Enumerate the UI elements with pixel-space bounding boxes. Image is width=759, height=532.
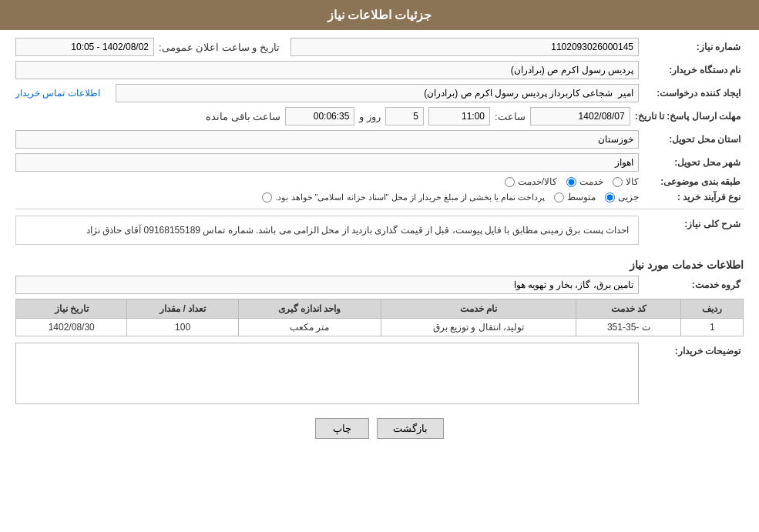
description-text: احداث پست برق زمینی مطابق با فایل پیوست،…: [86, 225, 629, 236]
radio-jozvi-item: جزیی: [605, 192, 639, 202]
radio-khadamat[interactable]: [566, 177, 576, 187]
table-body: 1 ت -35-351 تولید، انتقال و توزیع برق مت…: [16, 319, 744, 336]
deadline-row: مهلت ارسال پاسخ: تا تاریخ: ساعت: روز و س…: [15, 107, 744, 125]
announce-input[interactable]: [15, 38, 154, 56]
radio-kala-khadamat[interactable]: [505, 177, 515, 187]
city-row: شهر محل تحویل:: [15, 153, 744, 172]
col-name: نام خدمت: [381, 299, 576, 319]
radio-kala-item: کالا: [613, 176, 639, 187]
order-number-value: [291, 38, 639, 56]
category-radios: کالا/خدمت خدمت کالا: [15, 176, 639, 187]
buyer-station-label: نام دستگاه خریدار:: [643, 65, 744, 75]
buyer-notes-value: [15, 343, 639, 407]
print-button[interactable]: چاپ: [315, 418, 369, 439]
creator-label: ایجاد کننده درخواست:: [643, 88, 744, 99]
cell-name: تولید، انتقال و توزیع برق: [381, 319, 576, 336]
radio-jozvi[interactable]: [605, 192, 615, 202]
datetime-group: ساعت: روز و ساعت باقی مانده: [15, 107, 630, 125]
service-group-row: گروه خدمت:: [15, 276, 744, 294]
city-input[interactable]: [15, 153, 639, 172]
col-row: ردیف: [681, 299, 744, 319]
province-label: استان محل تحویل:: [643, 134, 744, 145]
process-row: نوع فرآیند خرید : پرداخت تمام یا بخشی از…: [15, 192, 744, 202]
radio-kala-label: کالا: [626, 176, 639, 187]
col-code: کد خدمت: [576, 299, 681, 319]
province-value: [15, 130, 639, 149]
contact-link[interactable]: اطلاعات تماس خریدار: [15, 88, 100, 99]
cell-code: ت -35-351: [576, 319, 681, 336]
buyer-notes-textarea[interactable]: [15, 343, 639, 404]
col-unit: واحد اندازه گیری: [238, 299, 381, 319]
main-container: جزئیات اطلاعات نیاز شماره نیاز: تاریخ و …: [0, 0, 759, 532]
time-label: ساعت:: [495, 111, 526, 122]
buyer-station-input[interactable]: [15, 61, 639, 79]
page-title: جزئیات اطلاعات نیاز: [327, 8, 432, 22]
time-input[interactable]: [428, 107, 490, 125]
cell-row: 1: [681, 319, 744, 336]
remaining-label: ساعت باقی مانده: [206, 111, 280, 122]
service-group-label: گروه خدمت:: [643, 279, 744, 290]
radio-kala-khadamat-item: کالا/خدمت: [505, 176, 557, 187]
radio-khadamat-label: خدمت: [579, 176, 603, 187]
process-label: نوع فرآیند خرید :: [643, 192, 744, 202]
province-row: استان محل تحویل:: [15, 130, 744, 149]
creator-row: ایجاد کننده درخواست: اطلاعات تماس خریدار: [15, 84, 744, 102]
radio-kala[interactable]: [613, 177, 623, 187]
table-header-row: ردیف کد خدمت نام خدمت واحد اندازه گیری ت…: [16, 299, 744, 319]
col-qty: تعداد / مقدار: [127, 299, 238, 319]
buttons-row: بازگشت چاپ: [15, 418, 744, 439]
services-title: اطلاعات خدمات مورد نیاز: [15, 259, 744, 271]
creator-input[interactable]: [116, 84, 639, 102]
back-button[interactable]: بازگشت: [377, 418, 444, 439]
process-radios: پرداخت تمام یا بخشی از مبلغ خریدار از مح…: [15, 192, 639, 202]
cell-unit: متر مکعب: [238, 319, 381, 336]
process-value: پرداخت تمام یا بخشی از مبلغ خریدار از مح…: [15, 192, 639, 202]
description-label: شرح کلی نیاز:: [643, 216, 744, 229]
radio-motavaset-label: متوسط: [567, 192, 596, 202]
buyer-notes-label: توضیحات خریدار:: [643, 343, 744, 356]
province-input[interactable]: [15, 130, 639, 149]
category-row: طبقه بندی موضوعی: کالا/خدمت خدمت کالا: [15, 176, 744, 187]
day-input[interactable]: [385, 107, 424, 125]
radio-motavaset-item: متوسط: [554, 192, 596, 202]
deadline-label: مهلت ارسال پاسخ: تا تاریخ:: [635, 111, 744, 122]
city-label: شهر محل تحویل:: [643, 157, 744, 168]
radio-payament-item: پرداخت تمام یا بخشی از مبلغ خریدار از مح…: [262, 192, 545, 202]
col-date: تاریخ نیاز: [16, 299, 127, 319]
announce-label: تاریخ و ساعت اعلان عمومی:: [159, 42, 286, 53]
content-area: شماره نیاز: تاریخ و ساعت اعلان عمومی: نا…: [0, 30, 759, 458]
buyer-station-row: نام دستگاه خریدار:: [15, 61, 744, 79]
radio-payament-label: پرداخت تمام یا بخشی از مبلغ خریدار از مح…: [275, 192, 545, 202]
city-value: [15, 153, 639, 172]
date-input[interactable]: [530, 107, 630, 125]
order-number-label: شماره نیاز:: [643, 42, 744, 52]
remaining-input[interactable]: [285, 107, 354, 125]
page-header: جزئیات اطلاعات نیاز: [0, 0, 759, 30]
day-label: روز و: [359, 111, 381, 122]
cell-qty: 100: [127, 319, 238, 336]
table-row: 1 ت -35-351 تولید، انتقال و توزیع برق مت…: [16, 319, 744, 336]
buyer-station-value: [15, 61, 639, 79]
radio-payament[interactable]: [262, 192, 272, 202]
table-head: ردیف کد خدمت نام خدمت واحد اندازه گیری ت…: [16, 299, 744, 319]
divider-1: [15, 209, 744, 209]
cell-date: 1402/08/30: [16, 319, 127, 336]
description-row: شرح کلی نیاز: احداث پست برق زمینی مطابق …: [15, 216, 744, 251]
radio-motavaset[interactable]: [554, 192, 564, 202]
order-number-input[interactable]: [291, 38, 639, 56]
services-table: ردیف کد خدمت نام خدمت واحد اندازه گیری ت…: [15, 299, 744, 336]
description-box: احداث پست برق زمینی مطابق با فایل پیوست،…: [15, 216, 639, 245]
creator-value: [116, 84, 639, 102]
announce-value: [15, 38, 154, 56]
service-group-value: [15, 276, 639, 294]
order-number-row: شماره نیاز: تاریخ و ساعت اعلان عمومی:: [15, 38, 744, 56]
deadline-values: ساعت: روز و ساعت باقی مانده: [15, 107, 630, 125]
description-value: احداث پست برق زمینی مطابق با فایل پیوست،…: [15, 216, 639, 251]
radio-jozvi-label: جزیی: [618, 192, 639, 202]
radio-khadamat-item: خدمت: [566, 176, 603, 187]
buyer-notes-row: توضیحات خریدار:: [15, 343, 744, 407]
category-label: طبقه بندی موضوعی:: [643, 176, 744, 187]
service-group-input[interactable]: [15, 276, 639, 294]
radio-kala-khadamat-label: کالا/خدمت: [518, 176, 557, 187]
